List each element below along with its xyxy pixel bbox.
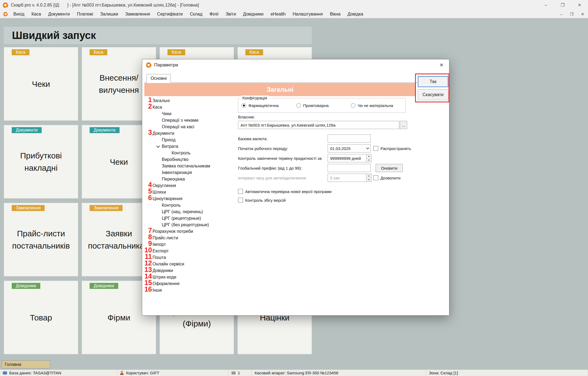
- tree-item-label: Ціноутворення: [153, 196, 182, 201]
- quick-launch-tile[interactable]: Каса Чеки: [4, 47, 78, 121]
- tree-item[interactable]: ЦРГ (нац. перечень): [144, 209, 234, 215]
- tree-item[interactable]: Переоцінка: [144, 176, 234, 182]
- owner-browse-button[interactable]: ...: [400, 121, 407, 129]
- tree-item[interactable]: Інвентаризація: [144, 169, 234, 176]
- tree-item[interactable]: 7 Розрахунок потреби: [144, 228, 234, 235]
- minimize-button[interactable]: –: [537, 0, 554, 10]
- autoconnect-interval-input: 5 сек: [328, 174, 367, 182]
- chevron-down-icon[interactable]: [156, 144, 160, 148]
- status-text: База даних: TASA3@TITAN: [9, 371, 61, 375]
- dialog-close-icon[interactable]: ✕: [434, 59, 449, 71]
- tree-item[interactable]: 10 Експорт: [144, 248, 234, 254]
- tree-item-label: Операції з чеками: [162, 118, 199, 123]
- tree-item[interactable]: Операції на касі: [144, 124, 234, 130]
- tree-item[interactable]: Виробництво: [144, 156, 234, 163]
- tree-item[interactable]: 4 Округлення: [144, 182, 234, 189]
- radio-option[interactable]: Фармацевтична: [242, 103, 296, 108]
- menu-item[interactable]: Довідка: [344, 12, 367, 17]
- rasprostranyat-checkbox[interactable]: Распространять: [373, 146, 411, 151]
- expiry-days-input[interactable]: 999999999 дней: [328, 154, 367, 162]
- parameters-dialog: Параметри ✕ Основні Загальні Так Скасува…: [142, 59, 449, 316]
- tile-category-badge: Каса: [167, 49, 185, 55]
- menu-item[interactable]: Сертифікати: [154, 12, 186, 17]
- dialog-titlebar[interactable]: Параметри ✕: [142, 59, 449, 71]
- annotation-number: 4: [144, 181, 152, 188]
- spin-up-icon[interactable]: [367, 174, 371, 178]
- menu-item[interactable]: Довідники: [239, 12, 267, 17]
- menu-item[interactable]: Вікна: [326, 12, 344, 17]
- window-titlebar[interactable]: Скарб pro v. 4.0.2.85 [ІД: ] - [Апт №003…: [0, 0, 588, 10]
- tree-item[interactable]: 16 Інше: [144, 287, 234, 294]
- mdi-close-button[interactable]: ✕: [581, 12, 584, 16]
- tab-home[interactable]: Головна: [2, 360, 50, 368]
- tree-item[interactable]: 15 Оформлення: [144, 280, 234, 287]
- tree-item[interactable]: Чеки: [144, 111, 234, 117]
- tree-item[interactable]: Витрата: [144, 143, 234, 150]
- mdi-restore-button[interactable]: ❐: [570, 12, 574, 16]
- annotation-number: 2: [144, 103, 152, 109]
- period-start-combobox[interactable]: 01.03.2025: [328, 144, 371, 152]
- expiry-days-spinner[interactable]: [367, 154, 371, 162]
- tree-item[interactable]: 6 Ціноутворення: [144, 195, 234, 202]
- menu-item[interactable]: Документи: [45, 12, 74, 17]
- menu-item[interactable]: Залишки: [97, 12, 122, 17]
- tree-item[interactable]: 5 Шляхи: [144, 189, 234, 195]
- menu-item[interactable]: Налаштування: [289, 12, 327, 17]
- refresh-button[interactable]: Оновити: [376, 164, 403, 172]
- tree-item[interactable]: Контроль: [144, 202, 234, 209]
- mdi-minimize-button[interactable]: –: [560, 12, 562, 16]
- tree-item[interactable]: 12 Онлайн сервіси: [144, 261, 234, 267]
- tree-item-label: Розрахунок потреби: [153, 229, 193, 234]
- menu-item[interactable]: Замовлення: [122, 12, 154, 17]
- radio-option[interactable]: Промтоварна: [296, 103, 351, 108]
- tree-item[interactable]: 14 Штрих-коди: [144, 274, 234, 280]
- tree-item[interactable]: Прихід: [144, 137, 234, 143]
- tile-label: Товар: [30, 311, 52, 324]
- menu-item[interactable]: Платежі: [74, 12, 97, 17]
- tree-item[interactable]: 13 Довідники: [144, 267, 234, 274]
- tree-item-label: Довідники: [153, 268, 173, 273]
- version-match-checkbox[interactable]: Контроль збігу версій: [238, 198, 286, 203]
- menu-item[interactable]: Вихід: [10, 12, 28, 17]
- autoconnect-interval-spinner[interactable]: [367, 174, 371, 182]
- quick-launch-tile[interactable]: Документи Прибуткові накладні: [4, 125, 78, 198]
- base-currency-label: Базова валюта:: [238, 134, 267, 143]
- menu-item[interactable]: eHealth: [267, 12, 289, 17]
- tile-label: Заявки постачальникам: [88, 227, 150, 252]
- spin-down-icon[interactable]: [367, 178, 371, 182]
- status-segment: Касовий апарат: Samsung ER-350 №123456: [252, 370, 426, 376]
- dozvolyty-checkbox[interactable]: Дозволити: [373, 175, 401, 180]
- quick-launch-tile[interactable]: Довідники Товар: [4, 281, 78, 354]
- tree-item-label: Прихід: [162, 137, 175, 142]
- tree-item-label: Інше: [153, 288, 162, 292]
- global-prefix-input[interactable]: [328, 164, 371, 172]
- base-currency-input[interactable]: [328, 134, 371, 143]
- tab-osnovni[interactable]: Основні: [147, 74, 171, 83]
- spin-down-icon[interactable]: [367, 158, 371, 162]
- tree-item[interactable]: 8 Прайс-листи: [144, 235, 234, 241]
- check-new-version-checkbox[interactable]: Автоматична перевірка нової версії прогр…: [238, 189, 331, 194]
- tree-item-label: Витрата: [162, 144, 178, 149]
- tree-item[interactable]: 9 Імпорт: [144, 241, 234, 248]
- tree-item[interactable]: 2 Каса: [144, 104, 234, 111]
- tree-item[interactable]: ЦРГ (без рецептурные): [144, 222, 234, 228]
- menu-item[interactable]: Склад: [186, 12, 206, 17]
- tree-item[interactable]: 11 Пошта: [144, 254, 234, 261]
- annotation-number: 11: [144, 253, 152, 260]
- menu-item[interactable]: Звіти: [222, 12, 239, 17]
- radio-option[interactable]: Чи не матеріальна: [351, 103, 406, 108]
- quick-launch-tile[interactable]: Замовлення Прайс-листи постачальників: [4, 203, 78, 276]
- owner-input[interactable]: [238, 121, 399, 129]
- ok-button[interactable]: Так: [418, 76, 448, 87]
- spin-up-icon[interactable]: [367, 154, 371, 158]
- tree-item[interactable]: Операції з чеками: [144, 117, 234, 124]
- tree-item[interactable]: 3 Документи: [144, 130, 234, 137]
- tree-item[interactable]: Контроль: [144, 150, 234, 156]
- tree-item[interactable]: Заявка постачальникам: [144, 163, 234, 169]
- restore-button[interactable]: ❐: [554, 0, 571, 10]
- tree-item[interactable]: ЦРГ (рецептурные): [144, 215, 234, 222]
- close-button[interactable]: ✕: [571, 0, 588, 10]
- menu-item[interactable]: Каса: [28, 12, 45, 17]
- menu-item[interactable]: Філії: [206, 12, 222, 17]
- tree-item[interactable]: 1 Загальні: [144, 97, 234, 104]
